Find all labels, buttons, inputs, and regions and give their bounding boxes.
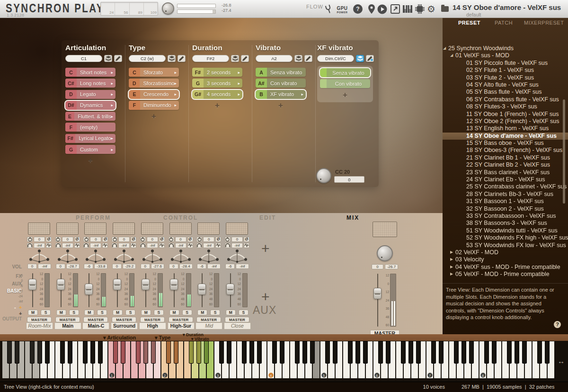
send-field[interactable]: -inf xyxy=(34,243,45,248)
tree-item[interactable]: 38 SY Bassoons-3 - VelXF sus xyxy=(443,220,568,227)
tree-item[interactable]: 32 SY Bassoon 2 - VelXF sus xyxy=(443,205,568,213)
tree-item[interactable]: ◢25 Synchron Woodwinds xyxy=(443,45,568,52)
gain-field[interactable]: 0 xyxy=(27,264,37,269)
power-icon[interactable] xyxy=(83,237,89,242)
black-key[interactable] xyxy=(462,341,466,364)
add-aux-button[interactable]: + xyxy=(261,289,270,305)
master-vol-field[interactable]: -26.7 xyxy=(385,264,398,269)
volume-fader[interactable] xyxy=(142,279,150,290)
tree-item[interactable]: ▶04 VelXF sus - MOD - Prime compatible xyxy=(443,264,568,271)
expand-triangle-icon[interactable]: ▶ xyxy=(450,265,453,269)
black-key[interactable] xyxy=(484,341,489,364)
surround-panner[interactable] xyxy=(226,249,248,265)
power-icon[interactable] xyxy=(112,237,117,242)
black-key[interactable] xyxy=(60,341,65,364)
black-key[interactable] xyxy=(196,341,201,364)
volume-fader[interactable] xyxy=(198,284,206,295)
black-key[interactable] xyxy=(151,341,156,364)
black-key[interactable] xyxy=(454,341,459,364)
listen-icon[interactable] xyxy=(196,243,202,248)
surround-panner[interactable] xyxy=(170,249,192,265)
phase-icon[interactable]: Ø xyxy=(215,237,221,242)
layers-icon[interactable] xyxy=(168,55,176,62)
edit-pencil-icon[interactable] xyxy=(366,55,374,62)
output-routing-button[interactable]: MASTER xyxy=(27,317,52,322)
sidebar-tab-preset[interactable]: PRESET xyxy=(458,20,480,26)
mute-button[interactable]: M xyxy=(84,310,94,315)
listen-icon[interactable] xyxy=(27,243,33,248)
cc-knob[interactable] xyxy=(316,168,331,183)
mute-button[interactable]: M xyxy=(113,310,123,315)
tree-item[interactable]: 52 SY Woodwinds FX high - VelXF sus xyxy=(443,234,568,241)
tree-item[interactable]: 23 SY Bass clarinet - VelXF sus xyxy=(443,169,568,176)
volume-fader[interactable] xyxy=(28,279,36,290)
black-key[interactable] xyxy=(469,341,474,364)
black-key[interactable] xyxy=(219,341,224,364)
slot-4-seconds[interactable]: G#4 seconds▸ xyxy=(192,90,242,99)
add-slot-button[interactable]: + xyxy=(129,112,179,121)
black-key[interactable] xyxy=(537,341,542,364)
expand-triangle-icon[interactable]: ▶ xyxy=(450,272,453,276)
listen-icon[interactable] xyxy=(225,243,231,248)
black-key[interactable] xyxy=(507,341,512,364)
black-key[interactable] xyxy=(325,341,330,364)
phase-icon[interactable]: Ø xyxy=(159,237,165,242)
black-key[interactable] xyxy=(90,341,95,364)
tree-item[interactable]: 28 SY Clarinets Bb-3 - VelXF sus xyxy=(443,191,568,198)
slot-sforzato[interactable]: CSforzato▸ xyxy=(129,68,179,77)
mixer-tab-edit[interactable]: EDIT xyxy=(259,214,276,221)
pan-field[interactable]: 0 xyxy=(175,237,186,242)
surround-panner[interactable] xyxy=(198,249,220,265)
tree-item[interactable]: 22 SY Clarinet Bb 2 - VelXF sus xyxy=(443,161,568,169)
output-routing-button[interactable]: MASTER xyxy=(55,317,80,322)
black-key[interactable] xyxy=(249,341,254,364)
mute-button[interactable]: M xyxy=(226,310,236,315)
send-field[interactable]: -inf xyxy=(62,243,73,248)
surround-panner[interactable] xyxy=(28,249,50,265)
wave-icon[interactable] xyxy=(46,243,52,248)
black-key[interactable] xyxy=(348,341,353,364)
tree-item[interactable]: 01 SY Piccolo flute - VelXF sus xyxy=(443,60,568,67)
slot-custom[interactable]: GCustom▸ xyxy=(65,145,115,154)
black-key[interactable] xyxy=(189,341,194,364)
solo-button[interactable]: S xyxy=(125,310,135,315)
slot-dynamics[interactable]: D#Dynamics▸ xyxy=(65,101,115,110)
edit-pencil-icon[interactable] xyxy=(178,55,186,62)
flow-logo[interactable]: FLOW xyxy=(291,3,323,10)
black-key[interactable] xyxy=(333,341,337,364)
black-key[interactable] xyxy=(227,341,231,364)
slot-fluttert-trills[interactable]: EFluttert. & trills▸ xyxy=(65,112,115,121)
volume-field[interactable]: -inf xyxy=(38,264,51,269)
volume-field[interactable]: -33.8 xyxy=(94,264,107,269)
tree-item[interactable]: 14 SY Oboe d'amore - VelXF sus xyxy=(443,133,568,140)
channel-name-tab[interactable]: Main-C xyxy=(82,322,109,330)
black-key[interactable] xyxy=(280,341,284,364)
send-field[interactable]: -inf xyxy=(175,243,186,248)
tree-item[interactable]: 51 SY Woodwinds tutti - VelXF sus xyxy=(443,227,568,234)
master-pan-knob[interactable] xyxy=(377,245,393,261)
wave-icon[interactable] xyxy=(74,243,80,248)
phase-icon[interactable]: Ø xyxy=(244,237,249,242)
solo-button[interactable]: S xyxy=(154,310,164,315)
black-key[interactable] xyxy=(174,341,178,364)
black-key[interactable] xyxy=(68,341,72,364)
mute-button[interactable]: M xyxy=(197,310,207,315)
slot-legato[interactable]: DLegato▸ xyxy=(65,90,115,99)
wave-icon[interactable] xyxy=(159,243,165,248)
collapse-triangle-icon[interactable]: ◢ xyxy=(450,53,453,57)
volume-fader[interactable] xyxy=(170,279,178,290)
pan-field[interactable]: 0 xyxy=(118,237,130,242)
gain-field[interactable]: -6 xyxy=(225,264,235,269)
tree-item[interactable]: 02 SY Flute 1 - VelXF sus xyxy=(443,67,568,74)
cpu-icon[interactable] xyxy=(415,4,425,14)
output-routing-button[interactable]: MASTER xyxy=(112,317,136,322)
volume-field[interactable]: -inf xyxy=(207,264,221,269)
tree-item[interactable]: 18 SY Oboes-3 (French) - VelXF sus xyxy=(443,147,568,154)
tree-item[interactable]: 03 SY Flute 2 - VelXF sus xyxy=(443,74,568,81)
send-field[interactable]: -inf xyxy=(147,243,158,248)
black-key[interactable] xyxy=(37,341,42,364)
volume-field[interactable]: -29.2 xyxy=(123,264,136,269)
pan-field[interactable]: 0 xyxy=(90,237,101,242)
mute-button[interactable]: M xyxy=(141,310,151,315)
tree-item[interactable]: 04 SY Alto flute - VelXF sus xyxy=(443,81,568,89)
